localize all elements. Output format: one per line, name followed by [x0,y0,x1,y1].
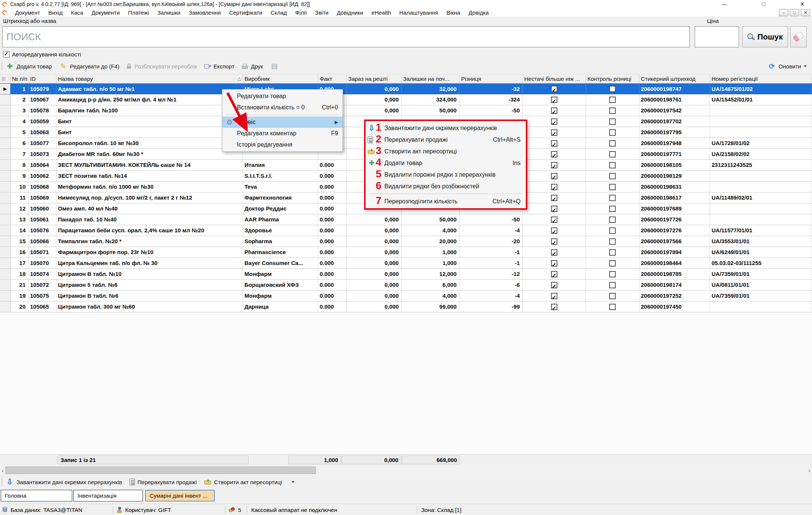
control-checkbox[interactable] [609,184,616,190]
submenu-item-4[interactable]: 5Видалити порожні рядки з перерахунків [366,169,526,180]
horizontal-scrollbar[interactable]: ‹ › [0,466,812,474]
control-checkbox[interactable] [609,304,616,310]
search-button[interactable]: Пошук [742,26,788,47]
control-checkbox[interactable] [609,249,616,256]
print-button[interactable]: Друк [241,63,263,70]
add-product-button[interactable]: Додати товар [6,62,52,70]
shortage-checkbox[interactable] [551,173,557,179]
menubar-item-4[interactable]: Платежі [124,9,153,16]
shortage-checkbox[interactable] [551,195,557,201]
unlock-recount-button[interactable]: Розблокувати переоблік [126,63,197,70]
table-row[interactable]: 3105078Баралгин табл. №1000,00050,000-50… [0,105,812,116]
scroll-left-arrow[interactable]: ‹ [0,466,5,474]
shortage-checkbox[interactable] [551,86,557,92]
menubar-item-10[interactable]: Звіти [311,9,333,16]
column-header-id[interactable]: ID [29,74,56,83]
control-checkbox[interactable] [609,129,616,136]
table-row[interactable]: ▶1105079Адамакс табл. п/о 50 мг №1Micro … [0,83,812,94]
control-checkbox[interactable] [609,282,616,288]
control-checkbox[interactable] [609,162,616,168]
control-checkbox[interactable] [609,238,616,245]
control-checkbox[interactable] [609,97,616,103]
shortage-checkbox[interactable] [551,293,557,299]
context-menu-item-4[interactable]: Редагувати коментарF9 [222,128,343,139]
scrollbar-thumb[interactable] [5,467,316,474]
table-row[interactable]: 13105061Панадол таб. 10 №40AAR Pharma0.0… [0,214,812,225]
menubar-item-12[interactable]: eHealth [367,9,395,16]
shortage-checkbox[interactable] [551,162,557,168]
column-header-chk2[interactable]: Контроль різниці [586,74,639,83]
mdi-minimize-button[interactable]: – [779,9,788,16]
maximize-button[interactable]: □ [762,1,765,7]
menubar-item-14[interactable]: Вікна [442,9,464,16]
context-menu-item-1[interactable]: Встановити кількість = 0Ctrl+0 [222,102,343,113]
column-header-start[interactable]: Залишки на поч... [402,74,460,83]
shortage-checkbox[interactable] [551,206,557,212]
chevron-down-icon[interactable] [291,481,294,483]
menubar-item-5[interactable]: Залишки [153,9,185,16]
submenu-item-7[interactable]: 7Перерозподілити кількістьCtrl+Alt+Q [366,195,526,207]
submenu-item-5[interactable]: 6Видалити рядки без розбіжностей [366,180,526,192]
shortage-checkbox[interactable] [551,238,557,245]
menubar-item-11[interactable]: Довідники [332,9,367,16]
search-input[interactable] [2,26,690,47]
close-button[interactable]: ✕ [800,1,804,7]
context-menu-item-0[interactable]: Редагувати товар [222,91,343,102]
shortage-checkbox[interactable] [551,271,557,277]
menubar-item-2[interactable]: Каса [67,9,88,16]
menubar-item-15[interactable]: Довідка [464,9,493,16]
column-header-manuf[interactable]: Виробник [243,74,318,83]
control-checkbox[interactable] [609,173,616,179]
shortage-checkbox[interactable] [551,282,557,288]
control-checkbox[interactable] [609,140,616,147]
column-header-reg[interactable]: Номер регістрації [710,74,812,83]
price-input[interactable] [695,26,739,47]
menubar-item-0[interactable]: Документ [11,9,44,16]
table-row[interactable]: 17105070Цитра Кальцемин таб. п/о фл. № 3… [0,258,812,269]
shortage-checkbox[interactable] [551,118,557,125]
control-checkbox[interactable] [609,227,616,234]
column-header-fact[interactable]: Факт [318,74,347,83]
bottom-toolbar-item-1[interactable]: Перерахувати продажі [129,479,197,485]
tab-main[interactable]: Головна [1,490,72,501]
column-header-name[interactable]: Назва товару△ [56,74,243,83]
mdi-restore-button[interactable]: □ [790,9,799,16]
table-row[interactable]: 19105075Цитрамон В табл. №6Монфарм0.0000… [0,291,812,301]
shortage-checkbox[interactable] [551,151,557,158]
column-header-chk1[interactable]: Нестачі більше ніж ... [523,74,586,83]
control-checkbox[interactable] [609,293,616,299]
control-checkbox[interactable] [609,118,616,125]
shortage-checkbox[interactable] [551,108,557,114]
control-checkbox[interactable] [609,271,616,277]
menubar-item-9[interactable]: Філії [291,9,311,16]
control-checkbox[interactable] [609,260,616,267]
scroll-right-arrow[interactable]: › [807,466,812,474]
submenu-item-1[interactable]: 2Перерахувати продажіCtrl+Alt+S [366,134,526,145]
menubar-item-3[interactable]: Документи [87,9,124,16]
tab-inventory[interactable]: Інвентаризація [73,490,143,501]
bottom-toolbar-item-2[interactable]: Створити акт пересортиці [204,479,282,485]
toolbar-grip[interactable] [1,62,3,71]
menubar-item-13[interactable]: Налаштування [395,9,443,16]
control-checkbox[interactable] [609,206,616,212]
menubar-item-7[interactable]: Сертифікати [225,9,266,16]
control-checkbox[interactable] [609,151,616,158]
table-row[interactable]: 2105067Амикацид р-р д/ин. 250 мг/мл фл. … [0,94,812,105]
control-checkbox[interactable] [609,195,616,201]
shortage-checkbox[interactable] [551,260,557,267]
table-row[interactable]: 15105066Темпалгин табл. №20 *Sopharma0.0… [0,236,812,247]
table-row[interactable]: 21105072Цитрамон 5 табл. №6Борщаговский … [0,280,812,291]
mdi-close-button[interactable]: ✕ [801,9,810,16]
submenu-item-3[interactable]: 4Додати товарIns [366,157,526,169]
menubar-item-6[interactable]: Замовлення [185,9,225,16]
submenu-item-0[interactable]: 1Завантажити дані окремих перерахунків [366,122,526,134]
columns-button[interactable] [270,62,278,70]
shortage-checkbox[interactable] [551,227,557,234]
control-checkbox[interactable] [609,108,616,114]
shortage-checkbox[interactable] [551,129,557,136]
export-button[interactable]: Експорт [204,63,234,70]
shortage-checkbox[interactable] [551,249,557,256]
column-header-diff[interactable]: Різниця [460,74,523,83]
control-checkbox[interactable] [609,86,616,92]
submenu-item-2[interactable]: 3Створити акт пересортиці [366,145,526,157]
